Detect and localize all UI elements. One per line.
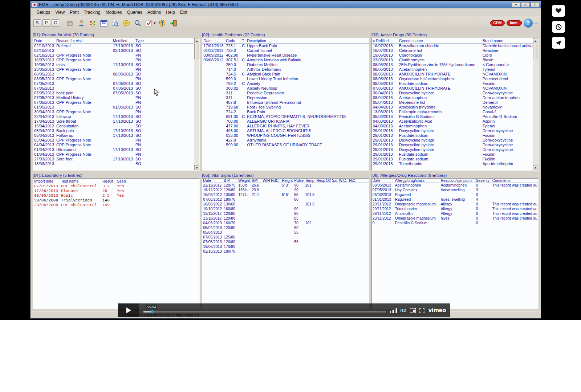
column-header-severity[interactable]: Severity (475, 179, 492, 183)
table-row[interactable]: 04/04/2013CPP Progress NotePN (33, 143, 194, 147)
table-row[interactable]: 29/01/2013Doxycycline hyclateDom-doxycyc… (372, 128, 533, 133)
table-row[interactable]: 22/04/2013followup17/10/2013SO (33, 114, 194, 119)
table-row[interactable]: 17/04/2013Sore throat17/10/2013SO (33, 119, 194, 124)
table-row[interactable]: 01/04/2013Ultrasound17/10/2013SO (33, 147, 194, 152)
table-row[interactable]: 08/05/2013Oxycodone hcl/acetaminophenPer… (372, 77, 533, 81)
column-header-wth[interactable]: WtH (262, 179, 270, 183)
reminder-note-icon[interactable] (121, 18, 131, 28)
table-row[interactable]: 714.0Arthritis Deformans (202, 67, 369, 72)
table-row[interactable]: 15/04/2013ConsultationSO (33, 124, 194, 128)
play-button[interactable] (118, 303, 139, 317)
table-row[interactable]: 05/04/2013120/8060 (202, 225, 369, 230)
menu-tracking[interactable]: Tracking (81, 9, 103, 16)
menu-modules[interactable]: Modules (103, 9, 124, 16)
toolbar-c-button[interactable]: C (52, 19, 59, 27)
column-header-import-date[interactable]: Import date (33, 179, 60, 184)
scrollbar-track[interactable] (194, 43, 199, 165)
close-button[interactable]: × (531, 2, 539, 7)
minimize-button[interactable]: − (512, 2, 520, 7)
table-row[interactable]: 29/01/2013Doxycycline hyclateDom-doxycyc… (372, 143, 533, 147)
table-row[interactable]: 07/08/2012180/7060 (202, 197, 369, 202)
table-row[interactable]: 29/01/2013Doxycycline hyclateDom-doxycyc… (372, 147, 533, 152)
vimeo-logo[interactable]: vimeo (428, 307, 446, 314)
table-row[interactable]: 13/11/2012120/8085 (202, 216, 369, 221)
table-row[interactable]: 16/08/2012130/60127lb21.15' 5"55101.5 (202, 192, 369, 197)
table-row[interactable]: 708.00ALLERGIC URTICARIA (202, 119, 369, 124)
scroll-up-icon[interactable]: ▲ (194, 38, 199, 43)
table-row[interactable]: 16/07/2013CPP Progress NotePN (33, 58, 194, 62)
table-row[interactable]: 23/05/2013CPP Progress NotePN (33, 67, 194, 72)
table-row[interactable]: 30/04/2013Doxycycline hyclateDom-doxycyc… (372, 91, 533, 95)
progress-playhead[interactable] (151, 310, 154, 313)
table-row[interactable]: 16/07/2013Cetirizine hclReactine (372, 48, 533, 53)
vertical-scrollbar[interactable]: ▲ ▼ (194, 38, 199, 170)
table-row[interactable]: 23/05/2013ClarithromycinBiaxin (372, 58, 533, 62)
column-header-seen[interactable]: Seen (116, 179, 199, 184)
table-row[interactable]: 02/10/2013CPP Progress NotePN (33, 53, 194, 58)
table-row[interactable]: 29/01/2013Fusidate sodiumFucidin (372, 157, 533, 162)
table-row[interactable]: 29/11/2012TrimethoprimAllergy0This recor… (372, 207, 538, 211)
column-header-description[interactable]: Description (246, 38, 369, 44)
table-row[interactable]: 08/05/2013Fusidate sodiumFucidin (372, 81, 533, 86)
menu-view[interactable]: View (53, 9, 67, 16)
table-row[interactable]: 691.00CECZEMA, ATOPIC DERMATITIS, NEUROD… (202, 114, 369, 119)
column-header-t[interactable]: T (241, 38, 246, 44)
table-row[interactable]: 724.2Back Pain (202, 110, 369, 114)
column-header-type[interactable]: Type (134, 38, 194, 44)
report-search-icon[interactable] (110, 18, 120, 28)
table-row[interactable]: 311.Reactive Depression (202, 91, 369, 95)
table-row[interactable]: 07/05/2013Hay Complexthroat swelling3 (372, 188, 538, 192)
menu-setups[interactable]: Setups (34, 9, 53, 16)
table-row[interactable]: 30/06/2008Triglycerides140 (33, 198, 199, 203)
column-header-date[interactable]: Date (202, 179, 223, 183)
fullscreen-icon[interactable] (419, 308, 424, 313)
table-row[interactable]: 05/04/2013CPP Progress NotePN (33, 138, 194, 143)
shield-icon[interactable] (158, 18, 167, 28)
table-row[interactable]: 30/06/2008LDL cholesterol109 (33, 203, 199, 208)
column-header-comments[interactable]: Comments (492, 179, 538, 183)
volume-icon[interactable] (390, 308, 397, 313)
table-row[interactable]: 0Penicillin G Sodium0 (372, 221, 538, 225)
table-row[interactable]: 05/04/2013Back pain17/10/2013SO (33, 128, 194, 133)
column-header-pulse[interactable]: Pulse (293, 179, 304, 183)
column-header-result[interactable]: Result (101, 179, 116, 184)
table-row[interactable]: 18/12/2012120/80135lb23.990 (202, 188, 369, 192)
table-row[interactable]: 08/05/2013Hba1c2.5Yes (33, 193, 199, 198)
table-row[interactable]: 311.Depression (202, 95, 369, 100)
column-header-refilled[interactable]: » Refilled (372, 38, 398, 44)
like-button[interactable] (552, 5, 565, 17)
chevron-down-icon[interactable]: ⌄ (535, 21, 538, 25)
package-icon[interactable] (65, 18, 75, 28)
cdm-badge[interactable]: CDM (490, 20, 505, 26)
table-row[interactable]: 08/04/2013AcetaminophenDom-acetaminophen (372, 95, 533, 100)
column-header-date[interactable]: Date (202, 38, 225, 44)
table-row[interactable]: 29/11/2012AmoxicillinAllergy0This record… (372, 211, 538, 216)
tasks-dropdown-caret[interactable]: ▾ (154, 21, 156, 25)
table-row[interactable]: 250.0Diabetes Mellitus (202, 62, 369, 67)
column-header-temp[interactable]: Temp (304, 179, 316, 183)
table-row[interactable]: 08/05/2013AcetaminophenAcetaminophen0Thi… (372, 183, 538, 188)
table-row[interactable]: 07/05/2013Medical HistoryPN (33, 95, 194, 100)
scrollbar-thumb[interactable] (194, 44, 199, 59)
table-row[interactable]: 05/03/2013Penicillin G SodiumPenicillin … (372, 114, 533, 119)
exit-door-icon[interactable] (169, 18, 179, 28)
table-row[interactable]: 04/03/2013Acetylsalicylic AcidAspirin (372, 119, 533, 124)
group-icon[interactable] (88, 18, 97, 28)
pip-icon[interactable] (410, 308, 416, 313)
column-header-date[interactable]: Date (33, 38, 55, 44)
watch-later-button[interactable] (552, 21, 565, 33)
table-row[interactable]: 02/10/201302/10/2013SO (33, 48, 194, 53)
column-header-test-name[interactable]: Test name (60, 179, 101, 184)
table-row[interactable]: 493.00ASTHMA, ALLERGIC BRONCHITIS (202, 128, 369, 133)
vertical-scrollbar[interactable]: ▲ ▼ (533, 38, 538, 170)
column-header-w-c[interactable]: W.C. (338, 179, 348, 183)
table-row[interactable]: 27/03/2013Sore foot17/10/2013SO (33, 157, 194, 162)
table-row[interactable]: 05/04/2013Follow up17/10/2013SO (33, 133, 194, 138)
column-header-resp[interactable]: Resp (316, 179, 325, 183)
scroll-up-icon[interactable]: ▲ (533, 38, 538, 43)
table-row[interactable]: 17/01/2013723.1CUpper Back Pain (202, 44, 369, 49)
column-header-hic[interactable]: HiC. (348, 179, 369, 183)
table-row[interactable]: 07/05/2013120/8056 (202, 240, 369, 244)
table-row[interactable]: 07/05/2013CPP Progress NotePN (33, 100, 194, 105)
window-titlebar[interactable]: EMR - Jenny Demo (00000145-00) PN: H. Mu… (31, 1, 541, 8)
